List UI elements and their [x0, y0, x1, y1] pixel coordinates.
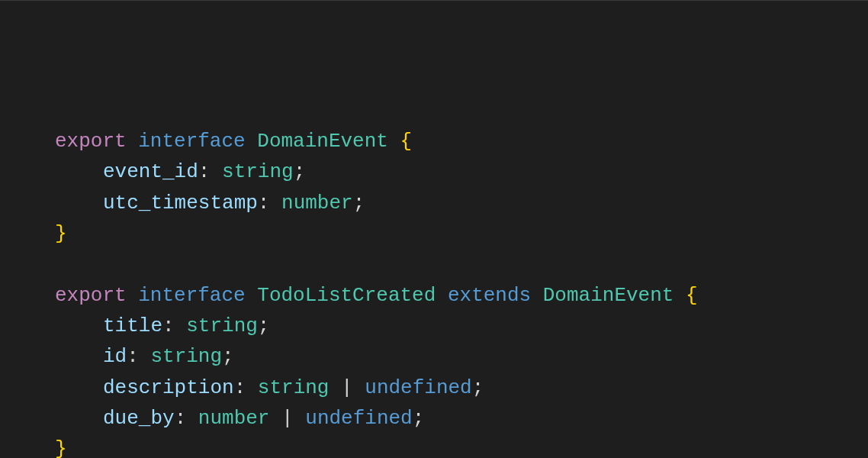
- code-line[interactable]: description: string | undefined;: [55, 373, 868, 403]
- code-token: {: [400, 130, 413, 153]
- code-token: string: [258, 376, 330, 399]
- code-token: [127, 130, 139, 153]
- code-token: id: [103, 345, 127, 368]
- code-token: [246, 284, 258, 307]
- code-token: [674, 284, 686, 307]
- code-line[interactable]: title: string;: [55, 311, 868, 341]
- code-token: ;: [472, 376, 484, 399]
- code-token: extends: [448, 284, 531, 307]
- code-token: title: [103, 314, 162, 337]
- code-token: DomainEvent: [543, 284, 674, 307]
- code-line[interactable]: [55, 249, 868, 279]
- code-token: due_by: [103, 407, 175, 430]
- code-token: string: [150, 345, 222, 368]
- code-token: number: [198, 407, 270, 430]
- code-line[interactable]: }: [55, 218, 868, 249]
- code-token: export: [55, 130, 127, 153]
- code-token: ;: [413, 407, 425, 430]
- code-token: ;: [258, 314, 270, 337]
- code-token: number: [281, 192, 353, 214]
- code-token: |: [329, 376, 365, 399]
- code-token: description: [103, 376, 234, 399]
- code-token: |: [269, 407, 305, 430]
- line-number-gutter: [0, 3, 52, 458]
- code-line[interactable]: event_id: string;: [55, 156, 868, 187]
- code-token: :: [127, 345, 150, 368]
- code-token: event_id: [103, 160, 198, 183]
- code-token: ;: [222, 345, 234, 368]
- code-area[interactable]: export interface DomainEvent {event_id: …: [55, 126, 868, 458]
- code-token: undefined: [365, 376, 471, 399]
- editor-top-border: [0, 0, 868, 3]
- code-token: :: [162, 314, 186, 337]
- code-token: [436, 284, 448, 307]
- code-token: utc_timestamp: [103, 192, 258, 214]
- code-line[interactable]: export interface TodoListCreated extends…: [55, 280, 868, 311]
- code-token: }: [55, 222, 67, 245]
- code-token: export: [55, 284, 127, 307]
- code-token: :: [175, 407, 198, 430]
- code-line[interactable]: }: [55, 434, 868, 458]
- code-line[interactable]: due_by: number | undefined;: [55, 403, 868, 434]
- code-token: {: [686, 284, 698, 307]
- code-token: TodoListCreated: [257, 284, 436, 307]
- code-token: [388, 130, 400, 153]
- code-token: [246, 130, 258, 153]
- code-editor[interactable]: export interface DomainEvent {event_id: …: [0, 0, 868, 458]
- code-token: undefined: [305, 407, 412, 430]
- code-token: :: [198, 160, 222, 183]
- code-token: ;: [353, 192, 365, 214]
- code-token: string: [222, 160, 294, 183]
- code-line[interactable]: export interface DomainEvent {: [55, 126, 868, 156]
- code-token: interface: [138, 130, 245, 153]
- code-token: string: [186, 314, 258, 337]
- code-line[interactable]: utc_timestamp: number;: [55, 188, 868, 218]
- code-token: [531, 284, 543, 307]
- code-token: DomainEvent: [257, 130, 388, 153]
- code-token: interface: [138, 284, 245, 307]
- code-token: [127, 284, 139, 307]
- code-token: :: [234, 376, 258, 399]
- code-token: ;: [294, 160, 306, 183]
- code-token: :: [258, 192, 281, 214]
- code-token: }: [55, 437, 67, 458]
- code-line[interactable]: id: string;: [55, 341, 868, 372]
